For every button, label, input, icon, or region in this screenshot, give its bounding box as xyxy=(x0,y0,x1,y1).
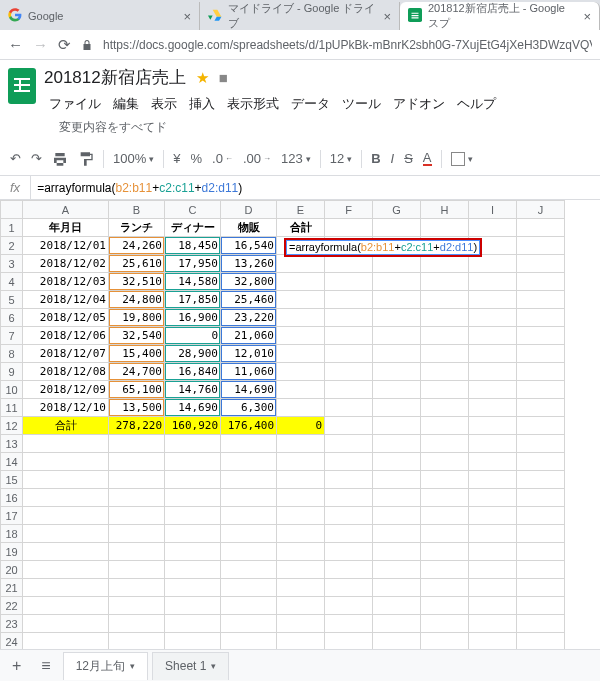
cell[interactable] xyxy=(517,327,565,345)
cell[interactable] xyxy=(325,399,373,417)
last-edit-text[interactable]: 変更内容をすべてド xyxy=(54,117,172,138)
cell[interactable]: 25,610 xyxy=(109,255,165,273)
cell[interactable] xyxy=(469,435,517,453)
menu-file[interactable]: ファイル xyxy=(44,93,106,115)
cell[interactable] xyxy=(23,471,109,489)
cell[interactable] xyxy=(517,579,565,597)
row-header[interactable]: 17 xyxy=(1,507,23,525)
cell[interactable] xyxy=(421,399,469,417)
cell[interactable] xyxy=(421,615,469,633)
cell[interactable] xyxy=(373,309,421,327)
cell[interactable] xyxy=(325,543,373,561)
cell[interactable] xyxy=(277,309,325,327)
cell[interactable] xyxy=(23,543,109,561)
cell[interactable]: 65,100 xyxy=(109,381,165,399)
cell[interactable] xyxy=(277,471,325,489)
cell[interactable] xyxy=(325,291,373,309)
cell[interactable] xyxy=(517,363,565,381)
cell[interactable] xyxy=(373,525,421,543)
sheet-tab[interactable]: Sheet 1▾ xyxy=(152,652,229,680)
cell[interactable] xyxy=(165,453,221,471)
cell[interactable]: 24,800 xyxy=(109,291,165,309)
cell[interactable] xyxy=(277,507,325,525)
cell[interactable] xyxy=(165,561,221,579)
cell[interactable]: 2018/12/06 xyxy=(23,327,109,345)
browser-tab-active[interactable]: 201812新宿店売上 - Google スプ × xyxy=(400,2,600,30)
cell[interactable] xyxy=(23,435,109,453)
cell[interactable] xyxy=(469,597,517,615)
cell[interactable]: 14,690 xyxy=(165,399,221,417)
cell[interactable]: 年月日 xyxy=(23,219,109,237)
row-header[interactable]: 4 xyxy=(1,273,23,291)
cell[interactable] xyxy=(23,579,109,597)
cell[interactable] xyxy=(325,327,373,345)
col-header[interactable]: B xyxy=(109,201,165,219)
back-icon[interactable]: ← xyxy=(8,36,23,53)
cell[interactable] xyxy=(373,633,421,651)
paint-format-icon[interactable] xyxy=(74,151,98,167)
fill-color-button[interactable]: ▾ xyxy=(447,152,477,166)
cell[interactable] xyxy=(469,399,517,417)
cell[interactable] xyxy=(517,471,565,489)
cell[interactable]: 13,260 xyxy=(221,255,277,273)
cell[interactable] xyxy=(373,417,421,435)
cell[interactable]: 2018/12/04 xyxy=(23,291,109,309)
cell[interactable]: 11,060 xyxy=(221,363,277,381)
cell[interactable] xyxy=(23,525,109,543)
cell[interactable] xyxy=(469,543,517,561)
cell[interactable] xyxy=(373,327,421,345)
cell[interactable]: 合計 xyxy=(277,219,325,237)
cell[interactable] xyxy=(165,579,221,597)
cell[interactable]: 17,850 xyxy=(165,291,221,309)
cell[interactable] xyxy=(325,255,373,273)
cell[interactable] xyxy=(221,507,277,525)
undo-icon[interactable]: ↶ xyxy=(6,151,25,166)
cell[interactable] xyxy=(517,489,565,507)
cell[interactable] xyxy=(517,255,565,273)
cell[interactable] xyxy=(517,633,565,651)
sheet-tab-active[interactable]: 12月上旬▾ xyxy=(63,652,148,680)
cell[interactable]: 32,540 xyxy=(109,327,165,345)
cell[interactable] xyxy=(277,363,325,381)
browser-tab[interactable]: Google × xyxy=(0,2,200,30)
cell[interactable]: 2018/12/01 xyxy=(23,237,109,255)
document-title[interactable]: 201812新宿店売上 xyxy=(44,66,186,89)
cell[interactable] xyxy=(277,489,325,507)
cell[interactable]: 16,840 xyxy=(165,363,221,381)
row-header[interactable]: 23 xyxy=(1,615,23,633)
cell[interactable] xyxy=(221,453,277,471)
row-header[interactable]: 10 xyxy=(1,381,23,399)
cell[interactable] xyxy=(421,417,469,435)
cell[interactable] xyxy=(469,291,517,309)
text-color-button[interactable]: A xyxy=(419,151,436,166)
cell[interactable] xyxy=(109,453,165,471)
cell[interactable]: 2018/12/08 xyxy=(23,363,109,381)
menu-format[interactable]: 表示形式 xyxy=(222,93,284,115)
cell[interactable] xyxy=(421,291,469,309)
menu-view[interactable]: 表示 xyxy=(146,93,182,115)
cell[interactable]: 28,900 xyxy=(165,345,221,363)
cell[interactable] xyxy=(325,345,373,363)
cell[interactable] xyxy=(325,489,373,507)
cell[interactable] xyxy=(469,309,517,327)
bold-button[interactable]: B xyxy=(367,151,384,166)
cell[interactable]: 24,260 xyxy=(109,237,165,255)
close-icon[interactable]: × xyxy=(183,9,191,24)
cell[interactable] xyxy=(421,579,469,597)
row-header[interactable]: 12 xyxy=(1,417,23,435)
cell[interactable]: 2018/12/07 xyxy=(23,345,109,363)
cell[interactable] xyxy=(373,471,421,489)
cell[interactable] xyxy=(517,291,565,309)
font-size-select[interactable]: 12▾ xyxy=(326,151,356,166)
cell[interactable] xyxy=(373,561,421,579)
all-sheets-icon[interactable]: ≡ xyxy=(33,657,58,675)
cell[interactable] xyxy=(165,615,221,633)
star-icon[interactable]: ★ xyxy=(196,69,209,87)
cell[interactable] xyxy=(421,363,469,381)
cell[interactable] xyxy=(421,453,469,471)
cell[interactable] xyxy=(421,219,469,237)
col-header[interactable]: C xyxy=(165,201,221,219)
sheets-logo-icon[interactable] xyxy=(8,68,36,104)
col-header[interactable]: F xyxy=(325,201,373,219)
col-header[interactable]: E xyxy=(277,201,325,219)
